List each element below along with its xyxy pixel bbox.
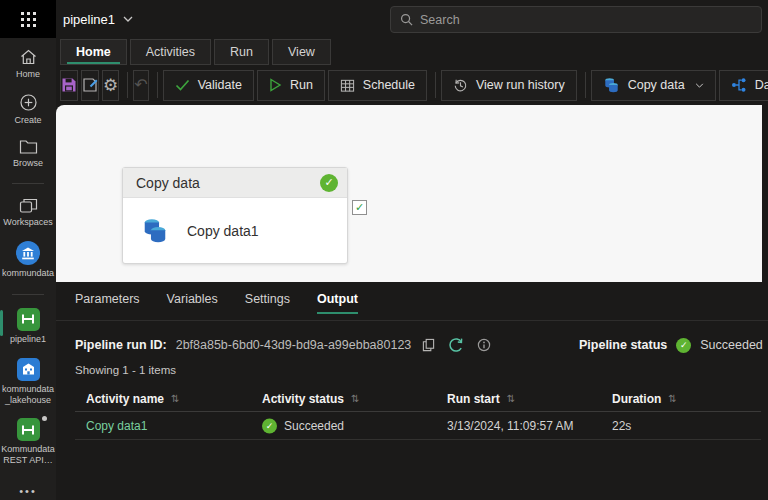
panel-divider (56, 320, 768, 321)
pipeline-icon (17, 308, 40, 331)
pipeline-status-label: Pipeline status (579, 338, 667, 352)
chevron-down-icon (695, 83, 704, 88)
app-launcher-button[interactable] (0, 0, 56, 38)
activity-type-label: Copy data (136, 175, 200, 191)
sidebar-divider (12, 183, 44, 184)
refresh-button[interactable] (446, 337, 466, 353)
sidebar-divider (12, 294, 44, 295)
sidebar-item-label: pipeline1 (1, 334, 55, 345)
panel-tab-bar: Parameters Variables Settings Output (75, 292, 358, 314)
dataflow-button[interactable]: Dataflow (719, 70, 768, 101)
toolbar-divider (435, 72, 436, 98)
run-label: Run (290, 78, 313, 92)
sidebar-item-kommundata-workspace[interactable]: kommundata (0, 241, 56, 279)
sort-icon[interactable]: ⇅ (171, 393, 179, 404)
table-header-row: Activity name ⇅ Activity status ⇅ Run st… (75, 386, 761, 412)
tab-settings[interactable]: Settings (245, 292, 290, 314)
table-row[interactable]: Copy data1 ✓ Succeeded 3/13/2024, 11:09:… (75, 412, 761, 440)
sidebar-item-label: Kommundata REST API… (1, 444, 55, 466)
sidebar-item-home[interactable]: Home (0, 48, 56, 80)
dataflow-icon (731, 77, 747, 93)
sidebar-item-label: Create (1, 115, 55, 126)
save-icon (61, 77, 77, 93)
validate-label: Validate (198, 78, 242, 92)
validate-button[interactable]: Validate (163, 70, 254, 101)
sidebar-item-label: Workspaces (1, 217, 55, 228)
settings-button[interactable]: ⚙ (102, 70, 119, 101)
sidebar-item-create[interactable]: Create (0, 93, 56, 126)
tab-parameters[interactable]: Parameters (75, 292, 140, 314)
search-input[interactable] (420, 13, 752, 27)
column-header-run-start[interactable]: Run start ⇅ (447, 392, 515, 406)
undo-icon: ↶ (134, 77, 147, 93)
activity-success-badge: ✓ (320, 174, 338, 192)
view-run-history-label: View run history (476, 78, 565, 92)
copy-data-activity-card[interactable]: Copy data ✓ Copy data1 (122, 167, 348, 264)
undo-button[interactable]: ↶ (133, 70, 148, 101)
sidebar-more-button[interactable]: ••• (19, 485, 37, 497)
sidebar-item-kommundata-lakehouse[interactable]: kommundata_lakehouse (0, 358, 56, 406)
sidebar-item-pipeline1[interactable]: pipeline1 (0, 308, 56, 345)
tab-home[interactable]: Home (60, 39, 127, 65)
copy-run-id-button[interactable] (420, 338, 437, 352)
pipeline-status-value: Succeeded (700, 338, 763, 352)
run-button[interactable]: Run (257, 70, 325, 101)
save-button[interactable] (60, 70, 78, 101)
activity-status-value: Succeeded (284, 419, 344, 433)
home-icon (19, 48, 38, 66)
sidebar-item-browse[interactable]: Browse (0, 139, 56, 169)
global-search (390, 6, 762, 33)
unsaved-dot-indicator (42, 416, 47, 421)
sidebar-item-kommundata-rest-api[interactable]: Kommundata REST API… (0, 418, 56, 466)
chevron-down-icon (123, 16, 133, 22)
history-icon (453, 78, 468, 93)
copy-data-label: Copy data (628, 78, 685, 92)
pipeline-canvas[interactable]: Copy data ✓ Copy data1 ✓ (56, 105, 762, 282)
activity-output-port[interactable]: ✓ (352, 200, 367, 215)
info-button[interactable] (475, 338, 493, 352)
view-run-history-button[interactable]: View run history (441, 70, 577, 101)
column-header-activity-status[interactable]: Activity status ⇅ (262, 392, 359, 406)
copy-data-button[interactable]: Copy data (591, 70, 716, 101)
column-header-activity-name[interactable]: Activity name ⇅ (86, 392, 179, 406)
tab-run[interactable]: Run (214, 39, 269, 65)
activity-name-link[interactable]: Copy data1 (86, 419, 147, 433)
run-id-value: 2bf8a85b-6bd0-43d9-bd9a-a99ebba80123 (176, 338, 412, 352)
workspace-avatar-icon (16, 241, 40, 265)
tab-output[interactable]: Output (317, 292, 358, 314)
home-toolbar: ⚙ ↶ Validate Run Sche (0, 66, 768, 104)
pipeline-title-menu[interactable]: pipeline1 (63, 0, 133, 38)
validate-check-icon (175, 79, 190, 91)
sort-icon[interactable]: ⇅ (351, 393, 359, 404)
duration-value: 22s (612, 419, 631, 433)
activity-card-body: Copy data1 (123, 198, 347, 263)
save-as-button[interactable] (81, 70, 99, 101)
schedule-button[interactable]: Schedule (328, 70, 427, 101)
items-count-text: Showing 1 - 1 items (75, 364, 176, 376)
gear-icon: ⚙ (103, 77, 118, 94)
toolbar-divider (585, 72, 586, 98)
tab-activities[interactable]: Activities (130, 39, 211, 65)
success-check-icon: ✓ (676, 338, 691, 353)
tab-variables[interactable]: Variables (167, 292, 218, 314)
run-play-icon (269, 78, 282, 92)
sidebar-item-label: kommundata_lakehouse (1, 384, 55, 406)
pipeline-run-info-row: Pipeline run ID: 2bf8a85b-6bd0-43d9-bd9a… (75, 334, 768, 356)
waffle-icon (21, 12, 36, 27)
copy-data-icon (603, 77, 620, 93)
top-bar: pipeline1 (0, 0, 768, 38)
sort-icon[interactable]: ⇅ (668, 393, 676, 404)
tab-view[interactable]: View (272, 39, 331, 65)
sidebar-item-workspaces[interactable]: Workspaces (0, 197, 56, 228)
column-header-duration[interactable]: Duration ⇅ (612, 392, 677, 406)
info-icon (477, 338, 491, 352)
sort-icon[interactable]: ⇅ (507, 393, 515, 404)
schedule-icon (340, 78, 355, 93)
pipeline-status-group: Pipeline status ✓ Succeeded (579, 334, 763, 356)
save-as-icon (82, 77, 98, 93)
folder-icon (19, 139, 38, 155)
copy-data-activity-icon (141, 217, 169, 244)
copy-icon (422, 338, 435, 352)
sidebar-item-label: kommundata (1, 268, 55, 279)
left-nav-sidebar: Home Create Browse Workspaces (0, 38, 56, 500)
